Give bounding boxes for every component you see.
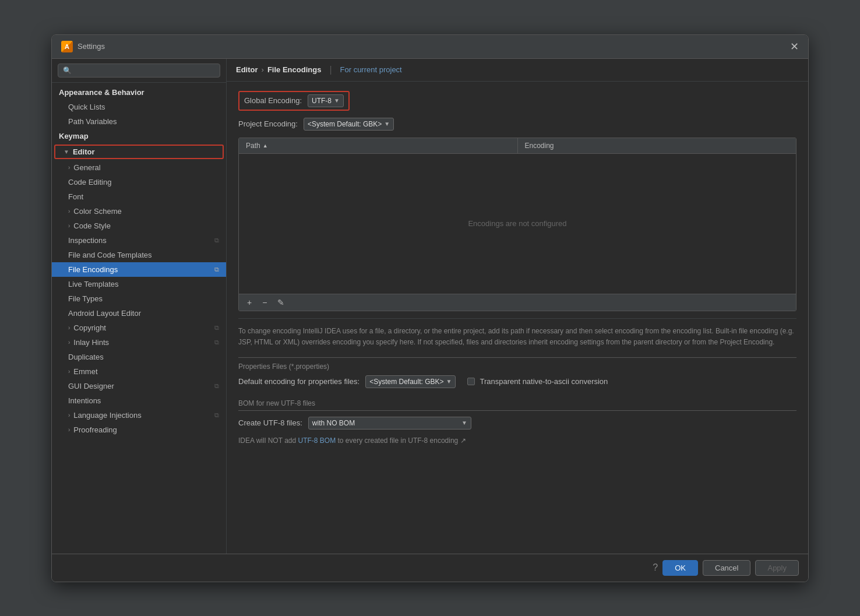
sidebar-item-path-variables[interactable]: Path Variables bbox=[52, 114, 226, 129]
sidebar-item-code-style[interactable]: › Code Style bbox=[52, 219, 226, 233]
breadcrumb-link[interactable]: For current project bbox=[340, 65, 402, 74]
sidebar-item-live-templates[interactable]: Live Templates bbox=[52, 277, 226, 291]
app-icon: A bbox=[61, 41, 73, 52]
breadcrumb-part2: File Encodings bbox=[267, 65, 321, 74]
sidebar-item-file-types-label: File Types bbox=[68, 294, 103, 303]
sidebar-item-color-scheme-label: Color Scheme bbox=[73, 207, 121, 216]
sidebar-item-live-templates-label: Live Templates bbox=[68, 280, 118, 288]
transparent-conversion-label: Transparent native-to-ascii conversion bbox=[480, 377, 608, 386]
edit-encoding-button[interactable]: ✎ bbox=[274, 297, 288, 308]
close-button[interactable]: ✕ bbox=[790, 41, 799, 52]
table-empty-message: Encodings are not configured bbox=[468, 219, 566, 228]
sidebar-item-keymap-label: Keymap bbox=[59, 132, 89, 140]
sidebar-item-keymap[interactable]: Keymap bbox=[52, 129, 226, 143]
bom-section-title: BOM for new UTF-8 files bbox=[238, 399, 320, 407]
bom-section: BOM for new UTF-8 files Create UTF-8 fil… bbox=[238, 397, 796, 445]
sidebar-item-file-and-code-templates-label: File and Code Templates bbox=[68, 251, 152, 259]
project-encoding-label: Project Encoding: bbox=[238, 119, 298, 128]
table-body: Encodings are not configured bbox=[239, 154, 796, 294]
remove-encoding-button[interactable]: − bbox=[259, 297, 270, 308]
ok-button[interactable]: OK bbox=[662, 560, 698, 576]
sidebar-item-editor-label: Editor bbox=[73, 147, 95, 156]
proofreading-arrow: › bbox=[68, 427, 70, 433]
idea-note: IDEA will NOT add UTF-8 BOM to every cre… bbox=[238, 437, 796, 445]
sidebar-item-duplicates-label: Duplicates bbox=[68, 353, 104, 361]
sidebar-item-android-layout-editor[interactable]: Android Layout Editor bbox=[52, 306, 226, 321]
sidebar-item-appearance-label: Appearance & Behavior bbox=[59, 88, 144, 97]
sidebar-item-copyright-label: Copyright bbox=[73, 323, 106, 332]
sidebar-item-general[interactable]: › General bbox=[52, 160, 226, 175]
create-utf8-select[interactable]: with NO BOM ▼ bbox=[308, 417, 471, 430]
default-encoding-chevron: ▼ bbox=[446, 378, 452, 385]
default-encoding-row: Default encoding for properties files: <… bbox=[238, 375, 796, 388]
bom-section-header: BOM for new UTF-8 files bbox=[238, 397, 796, 411]
sidebar-item-file-types[interactable]: File Types bbox=[52, 291, 226, 306]
sidebar-item-inlay-hints[interactable]: › Inlay Hints ⧉ bbox=[52, 335, 226, 350]
code-style-arrow: › bbox=[68, 223, 70, 229]
sidebar-item-file-and-code-templates[interactable]: File and Code Templates bbox=[52, 248, 226, 262]
sidebar-item-duplicates[interactable]: Duplicates bbox=[52, 350, 226, 364]
default-encoding-select[interactable]: <System Default: GBK> ▼ bbox=[365, 375, 456, 388]
add-encoding-button[interactable]: + bbox=[244, 297, 255, 308]
sidebar-item-file-encodings-label: File Encodings bbox=[68, 265, 118, 274]
apply-button[interactable]: Apply bbox=[755, 560, 799, 576]
transparent-conversion-row: Transparent native-to-ascii conversion bbox=[467, 377, 608, 386]
sidebar-item-file-encodings[interactable]: File Encodings ⧉ bbox=[52, 262, 226, 277]
project-encoding-chevron: ▼ bbox=[384, 121, 390, 127]
breadcrumb: Editor › File Encodings | For current pr… bbox=[227, 59, 808, 82]
sidebar-item-code-editing[interactable]: Code Editing bbox=[52, 175, 226, 189]
sidebar-content: Appearance & Behavior Quick Lists Path V… bbox=[52, 83, 226, 554]
sidebar-item-appearance[interactable]: Appearance & Behavior bbox=[52, 85, 226, 100]
sidebar-item-language-injections[interactable]: › Language Injections ⧉ bbox=[52, 408, 226, 423]
settings-dialog: A Settings ✕ Appearance & Behavior Quick… bbox=[51, 34, 809, 582]
sidebar-item-android-layout-editor-label: Android Layout Editor bbox=[68, 309, 141, 318]
sidebar-item-copyright[interactable]: › Copyright ⧉ bbox=[52, 321, 226, 335]
global-encoding-chevron: ▼ bbox=[334, 97, 340, 104]
transparent-conversion-checkbox[interactable] bbox=[467, 378, 475, 385]
sidebar-item-path-variables-label: Path Variables bbox=[68, 117, 117, 126]
breadcrumb-arrow: › bbox=[262, 65, 264, 74]
copyright-copy-icon: ⧉ bbox=[214, 324, 219, 332]
sidebar-item-inspections-label: Inspections bbox=[68, 236, 107, 245]
sidebar-item-intentions[interactable]: Intentions bbox=[52, 393, 226, 408]
search-box bbox=[52, 59, 226, 83]
cancel-button[interactable]: Cancel bbox=[703, 560, 750, 576]
table-col-encoding: Encoding bbox=[518, 138, 796, 153]
dialog-body: Appearance & Behavior Quick Lists Path V… bbox=[52, 59, 808, 554]
general-arrow: › bbox=[68, 164, 70, 171]
sidebar-item-emmet[interactable]: › Emmet bbox=[52, 364, 226, 379]
dialog-title: Settings bbox=[77, 42, 105, 51]
sidebar-item-font-label: Font bbox=[68, 192, 83, 201]
project-encoding-value: <System Default: GBK> bbox=[308, 120, 382, 128]
sidebar-item-quick-lists[interactable]: Quick Lists bbox=[52, 100, 226, 114]
global-encoding-select[interactable]: UTF-8 ▼ bbox=[308, 94, 344, 107]
dialog-footer: ? OK Cancel Apply bbox=[52, 554, 808, 582]
footer-left: ? bbox=[653, 560, 658, 576]
title-bar: A Settings ✕ bbox=[52, 35, 808, 59]
create-utf8-chevron: ▼ bbox=[461, 420, 467, 426]
col-path-label: Path bbox=[246, 142, 260, 150]
table-header: Path ▲ Encoding bbox=[239, 138, 796, 154]
sidebar-item-proofreading[interactable]: › Proofreading bbox=[52, 423, 226, 437]
idea-note-link[interactable]: UTF-8 BOM bbox=[298, 437, 336, 445]
file-encodings-copy-icon: ⧉ bbox=[214, 266, 219, 273]
search-input[interactable] bbox=[58, 64, 220, 78]
gui-designer-copy-icon: ⧉ bbox=[214, 382, 219, 390]
help-icon[interactable]: ? bbox=[653, 562, 658, 573]
sidebar-item-color-scheme[interactable]: › Color Scheme bbox=[52, 204, 226, 219]
sidebar-item-editor[interactable]: ▼ Editor bbox=[54, 145, 224, 159]
sidebar-item-font[interactable]: Font bbox=[52, 189, 226, 204]
sidebar-item-proofreading-label: Proofreading bbox=[73, 425, 117, 434]
default-encoding-value: <System Default: GBK> bbox=[369, 378, 443, 386]
footer-right: OK Cancel Apply bbox=[662, 560, 799, 576]
project-encoding-select[interactable]: <System Default: GBK> ▼ bbox=[304, 118, 394, 131]
sidebar-item-emmet-label: Emmet bbox=[73, 367, 97, 376]
inlay-hints-copy-icon: ⧉ bbox=[214, 339, 219, 346]
sidebar-item-language-injections-label: Language Injections bbox=[73, 411, 141, 420]
main-content: Editor › File Encodings | For current pr… bbox=[227, 59, 808, 554]
editor-arrow: ▼ bbox=[64, 149, 69, 155]
language-injections-copy-icon: ⧉ bbox=[214, 411, 219, 419]
sidebar-item-gui-designer[interactable]: GUI Designer ⧉ bbox=[52, 379, 226, 393]
sidebar-item-quick-lists-label: Quick Lists bbox=[68, 103, 105, 111]
sidebar-item-inspections[interactable]: Inspections ⧉ bbox=[52, 233, 226, 248]
